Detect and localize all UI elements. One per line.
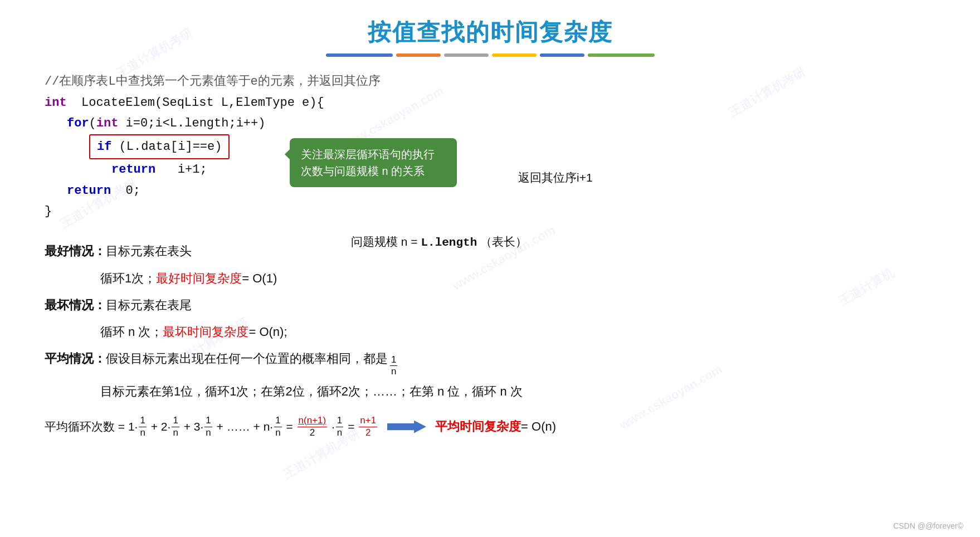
code-section: //在顺序表L中查找第一个元素值等于e的元素，并返回其位序 int Locate…	[45, 72, 935, 222]
color-bar	[45, 53, 935, 57]
if-highlight-box: if (L.data[i]==e)	[89, 134, 230, 159]
frac6: 1 n	[336, 415, 343, 438]
code-line-1: int LocateElem(SeqList L,ElemType e){	[45, 92, 935, 113]
worst-case-row: 最坏情况： 目标元素在表尾	[45, 292, 935, 318]
best-case-desc: 目标元素在表头	[106, 238, 192, 264]
code-line-5: return 0;	[45, 180, 935, 201]
worst-case-detail: 循环 n 次；	[100, 319, 163, 345]
avg-formula-row: 平均循环次数 = 1· 1 n + 2· 1 n + 3· 1 n + …… +…	[45, 414, 935, 439]
return-annotation: 返回其位序i+1	[518, 170, 593, 185]
tooltip-bubble: 关注最深层循环语句的执行次数与问题规模 n 的关系	[290, 138, 457, 187]
avg-complexity-eq: = O(n)	[521, 414, 556, 439]
avg-case-detail-row: 目标元素在第1位，循环1次；在第2位，循环2次；……；在第 n 位，循环 n 次	[45, 379, 935, 404]
best-case-detail: 循环1次；	[100, 266, 156, 291]
csdn-label: CSDN @@forever©	[893, 521, 963, 530]
worst-complexity-label: 最坏时间复杂度	[163, 319, 248, 345]
worst-case-desc: 目标元素在表尾	[106, 292, 192, 318]
arrow-right-icon	[387, 418, 426, 435]
page-title: 按值查找的时间复杂度	[45, 17, 935, 48]
problem-scale: 问题规模 n = L.length （表长）	[351, 234, 527, 250]
frac5: n(n+1) 2	[298, 415, 328, 438]
avg-complexity-label: 平均时间复杂度	[435, 414, 521, 439]
color-seg-1	[326, 53, 393, 57]
code-line-4: return i+1;	[45, 159, 935, 180]
color-seg-4	[492, 53, 537, 57]
code-line-2: for ( int i=0;i<L.length;i++)	[45, 113, 935, 134]
color-seg-2	[396, 53, 441, 57]
color-seg-3	[444, 53, 489, 57]
keyword-if: if	[97, 140, 111, 154]
best-case-detail-row: 循环1次； 最好时间复杂度 = O(1)	[45, 266, 935, 291]
color-seg-5	[540, 53, 584, 57]
avg-fraction: 1 n	[390, 354, 397, 378]
avg-formula-prefix: 平均循环次数 = 1·	[45, 415, 138, 438]
code-line-6: }	[45, 201, 935, 222]
svg-marker-0	[387, 421, 426, 433]
frac1: 1 n	[139, 415, 146, 438]
code-line-3: if (L.data[i]==e)	[45, 134, 935, 159]
code-block: int LocateElem(SeqList L,ElemType e){ fo…	[45, 92, 935, 222]
keyword-for: for	[67, 113, 89, 134]
cases-section: 最好情况： 目标元素在表头 循环1次； 最好时间复杂度 = O(1) 最坏情况：…	[45, 238, 935, 404]
avg-case-label: 平均情况：	[45, 346, 106, 372]
worst-case-detail-row: 循环 n 次； 最坏时间复杂度 = O(n);	[45, 319, 935, 345]
tooltip-text: 关注最深层循环语句的执行次数与问题规模 n 的关系	[301, 148, 435, 177]
keyword-int: int	[45, 92, 67, 113]
avg-formula-section: 平均循环次数 = 1· 1 n + 2· 1 n + 3· 1 n + …… +…	[45, 414, 935, 439]
keyword-int2: int	[96, 113, 119, 134]
frac4: 1 n	[274, 415, 281, 438]
worst-case-label: 最坏情况：	[45, 292, 106, 318]
frac3: 1 n	[204, 415, 212, 438]
keyword-return2: return	[67, 180, 111, 201]
frac7: n+1 2	[359, 415, 377, 438]
color-seg-6	[588, 53, 655, 57]
best-case-label: 最好情况：	[45, 238, 106, 264]
avg-case-desc: 假设目标元素出现在任何一个位置的概率相同，都是	[106, 346, 388, 372]
best-complexity-label: 最好时间复杂度	[156, 266, 242, 291]
avg-case-detail: 目标元素在第1位，循环1次；在第2位，循环2次；……；在第 n 位，循环 n 次	[100, 379, 523, 404]
worst-complexity-eq: = O(n);	[248, 319, 287, 345]
keyword-return1: return	[111, 159, 155, 180]
frac2: 1 n	[172, 415, 179, 438]
code-comment: //在顺序表L中查找第一个元素值等于e的元素，并返回其位序	[45, 72, 935, 89]
avg-case-row: 平均情况： 假设目标元素出现在任何一个位置的概率相同，都是 1 n	[45, 346, 935, 378]
best-complexity-eq: = O(1)	[242, 266, 277, 291]
